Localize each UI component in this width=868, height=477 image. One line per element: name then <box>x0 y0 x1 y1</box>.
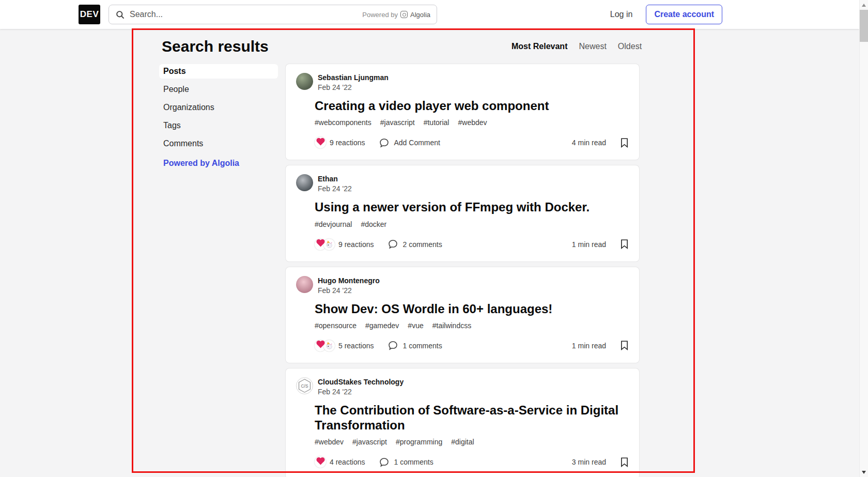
tag-webdev[interactable]: #webdev <box>458 118 487 127</box>
sort-option-most-relevant[interactable]: Most Relevant <box>512 42 567 51</box>
vertical-scrollbar[interactable] <box>859 0 868 477</box>
reactions-count: 9 reactions <box>338 240 374 249</box>
post-date: Feb 24 '22 <box>318 286 380 295</box>
search-filter-sidebar: PostsPeopleOrganizationsTagsComments Pow… <box>159 64 278 168</box>
search-icon <box>115 10 125 20</box>
reactions-button[interactable]: 9 reactions <box>315 239 374 250</box>
author-name[interactable]: Hugo Montenegro <box>318 276 380 285</box>
bookmark-button[interactable] <box>620 457 629 467</box>
tag-gamedev[interactable]: #gamedev <box>365 321 399 330</box>
dev-logo[interactable]: DEV <box>79 5 100 24</box>
author-avatar[interactable] <box>296 174 313 191</box>
tag-digital[interactable]: #digital <box>451 438 474 446</box>
sidebar-item-organizations[interactable]: Organizations <box>159 100 278 115</box>
sidebar-item-tags[interactable]: Tags <box>159 118 278 133</box>
sort-option-newest[interactable]: Newest <box>579 42 606 51</box>
comment-bubble-icon <box>388 340 398 351</box>
reactions-count: 5 reactions <box>338 342 374 350</box>
algolia-icon <box>400 11 408 18</box>
comments-count: 1 comments <box>402 342 442 350</box>
search-input[interactable] <box>130 10 358 19</box>
tag-row: #webdev#javascript#programming#digital <box>315 438 629 446</box>
heart-reaction-icon <box>315 137 326 148</box>
post-card: Ethan Feb 24 '22 Using a newer version o… <box>286 165 639 261</box>
bookmark-button[interactable] <box>620 341 629 350</box>
tag-vue[interactable]: #vue <box>408 321 423 330</box>
tag-webcomponents[interactable]: #webcomponents <box>315 118 371 127</box>
comment-bubble-icon <box>379 457 390 468</box>
powered-by-label: Powered by <box>362 11 398 19</box>
top-navbar: DEV Powered by Algolia Log in Create acc… <box>0 0 859 29</box>
comments-count: Add Comment <box>394 139 440 147</box>
sort-option-oldest[interactable]: Oldest <box>618 42 642 51</box>
search-bar[interactable]: Powered by Algolia <box>109 5 437 24</box>
unicorn-reaction-icon <box>323 239 335 250</box>
tag-javascript[interactable]: #javascript <box>352 438 387 446</box>
post-date: Feb 24 '22 <box>318 83 389 91</box>
sidebar-item-posts[interactable]: Posts <box>159 64 278 79</box>
comments-count: 1 comments <box>394 458 433 466</box>
sidebar-item-people[interactable]: People <box>159 82 278 97</box>
read-time: 1 min read <box>572 240 606 249</box>
comment-bubble-icon <box>388 239 398 250</box>
author-avatar[interactable]: C/S <box>296 377 313 394</box>
tag-row: #opensource#gamedev#vue#tailwindcss <box>315 321 629 330</box>
tag-tutorial[interactable]: #tutorial <box>424 118 450 127</box>
post-title[interactable]: Creating a video player web component <box>315 98 625 113</box>
author-name[interactable]: CloudStakes Technology <box>318 377 404 386</box>
tag-webdev[interactable]: #webdev <box>315 438 344 446</box>
sidebar-item-comments[interactable]: Comments <box>159 136 278 151</box>
page-title: Search results <box>162 38 269 55</box>
post-card: Sebastian Ljungman Feb 24 '22 Creating a… <box>286 64 639 160</box>
sidebar-items: PostsPeopleOrganizationsTagsComments <box>159 64 278 151</box>
post-title[interactable]: The Contribution of Software-as-a-Servic… <box>315 403 625 433</box>
author-name[interactable]: Sebastian Ljungman <box>318 73 389 82</box>
read-time: 4 min read <box>572 139 606 147</box>
author-name[interactable]: Ethan <box>318 174 352 183</box>
comments-button[interactable]: Add Comment <box>379 137 440 148</box>
author-avatar[interactable] <box>296 276 313 293</box>
scrollbar-thumb[interactable] <box>860 10 868 42</box>
heart-reaction-icon <box>315 456 326 468</box>
main-content: Search results Most RelevantNewestOldest… <box>0 29 859 477</box>
post-date: Feb 24 '22 <box>318 184 352 193</box>
comments-button[interactable]: 2 comments <box>388 239 442 250</box>
tag-opensource[interactable]: #opensource <box>315 321 357 330</box>
scroll-up-arrow[interactable] <box>862 4 866 7</box>
bookmark-button[interactable] <box>620 239 629 249</box>
reactions-count: 9 reactions <box>330 139 365 147</box>
reactions-button[interactable]: 9 reactions <box>315 137 365 148</box>
comment-bubble-icon <box>379 137 390 148</box>
powered-by-algolia-link[interactable]: Powered by Algolia <box>159 159 278 168</box>
reactions-button[interactable]: 5 reactions <box>315 340 374 351</box>
read-time: 3 min read <box>572 458 606 466</box>
tag-docker[interactable]: #docker <box>361 220 386 228</box>
algolia-label: Algolia <box>410 11 430 19</box>
tag-row: #webcomponents#javascript#tutorial#webde… <box>315 118 629 127</box>
post-title[interactable]: Using a newer version of FFmpeg with Doc… <box>315 199 625 214</box>
tag-row: #devjournal#docker <box>315 220 629 228</box>
read-time: 1 min read <box>572 342 606 350</box>
comments-button[interactable]: 1 comments <box>379 457 433 468</box>
tag-programming[interactable]: #programming <box>396 438 442 446</box>
bookmark-button[interactable] <box>620 138 629 148</box>
author-avatar[interactable] <box>296 73 313 90</box>
post-card: Hugo Montenegro Feb 24 '22 Show Dev: OS … <box>286 267 639 363</box>
svg-text:C/S: C/S <box>301 383 308 389</box>
tag-devjournal[interactable]: #devjournal <box>315 220 352 228</box>
tag-javascript[interactable]: #javascript <box>380 118 415 127</box>
sort-options: Most RelevantNewestOldest <box>512 42 636 51</box>
reactions-count: 4 reactions <box>330 458 365 466</box>
create-account-button[interactable]: Create account <box>646 5 722 24</box>
login-link[interactable]: Log in <box>610 10 633 19</box>
reactions-button[interactable]: 4 reactions <box>315 456 365 468</box>
tag-tailwindcss[interactable]: #tailwindcss <box>432 321 471 330</box>
search-results-list: Sebastian Ljungman Feb 24 '22 Creating a… <box>286 64 639 477</box>
scroll-down-arrow[interactable] <box>862 471 866 474</box>
comments-button[interactable]: 1 comments <box>388 340 442 351</box>
unicorn-reaction-icon <box>323 340 335 351</box>
post-date: Feb 24 '22 <box>318 388 404 396</box>
post-title[interactable]: Show Dev: OS Wordle in 60+ languages! <box>315 301 625 316</box>
comments-count: 2 comments <box>402 240 442 249</box>
post-card: C/S CloudStakes Technology Feb 24 '22 Th… <box>286 368 639 477</box>
